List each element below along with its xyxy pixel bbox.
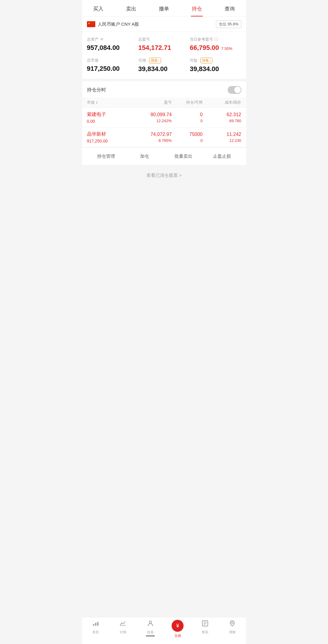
summary-row-2: 总市值 917,250.00 可用 国债 39,834.00 可取 转账 39,… xyxy=(87,58,241,73)
holdings-header: 持仓分时 xyxy=(82,81,246,97)
total-pnl-label: 总盈亏 xyxy=(138,37,190,42)
stock-2-cost: 11.242 xyxy=(203,132,241,137)
total-assets-label: 总资产 👁 xyxy=(87,37,138,42)
bottom-nav-spacer xyxy=(82,245,246,272)
stock-2-pnl: 74,072.97 xyxy=(133,132,172,137)
action-bar: 持仓管理 加仓 批量卖出 止盈止损 xyxy=(82,147,246,165)
total-pnl-value: 154,172.71 xyxy=(138,44,190,52)
total-assets-item: 总资产 👁 957,084.00 xyxy=(87,37,138,52)
stock-2-name: 晶华新材 xyxy=(87,131,133,137)
tab-position[interactable]: 持仓 xyxy=(180,0,213,16)
stock-1-price: 0.00 xyxy=(87,119,133,124)
stock-2-pnl-pct: 8.785% xyxy=(133,138,172,143)
stock-2-col3: 75000 0 xyxy=(172,132,203,143)
china-flag-icon xyxy=(87,21,95,27)
withdrawable-label: 可取 转账 xyxy=(190,58,241,63)
stock-1-holding: 0 xyxy=(172,112,203,117)
empty-area xyxy=(82,185,246,245)
info-icon[interactable]: ⓘ xyxy=(214,37,218,42)
th-pnl: 盈亏 xyxy=(133,100,172,105)
summary-section: 总资产 👁 957,084.00 总盈亏 154,172.71 当日参考盈亏 ⓘ… xyxy=(82,32,246,79)
holdings-section: 持仓分时 市值 ⇕ 盈亏 持仓/可用 成本/现价 紫建电子 0.00 80,09… xyxy=(82,81,246,165)
th-cost: 成本/现价 xyxy=(203,100,241,105)
stock-1-current: 69.780 xyxy=(203,119,241,123)
daily-pnl-label: 当日参考盈亏 ⓘ xyxy=(190,37,241,42)
daily-pnl-item: 当日参考盈亏 ⓘ 66,795.00 7.50% xyxy=(190,37,241,52)
treasury-bond-badge[interactable]: 国债 xyxy=(149,58,161,63)
stock-row-zijian[interactable]: 紫建电子 0.00 80,099.74 12.242% 0 0 62.312 6… xyxy=(82,108,246,128)
stock-2-col2: 74,072.97 8.785% xyxy=(133,132,172,143)
stock-1-cost: 62.312 xyxy=(203,112,241,117)
daily-pnl-value-row: 66,795.00 7.50% xyxy=(190,44,241,52)
stock-1-col1: 紫建电子 0.00 xyxy=(87,111,133,124)
stock-1-pnl-pct: 12.242% xyxy=(133,119,172,123)
stop-pnl-btn[interactable]: 止盈止损 xyxy=(203,152,241,160)
stock-1-col3: 0 0 xyxy=(172,112,203,123)
stock-2-col4: 11.242 12.230 xyxy=(203,132,241,143)
withdrawable-item: 可取 转账 39,834.00 xyxy=(190,58,241,73)
th-holding: 持仓/可用 xyxy=(172,100,203,105)
daily-pnl-pct: 7.50% xyxy=(221,46,232,51)
summary-row-1: 总资产 👁 957,084.00 总盈亏 154,172.71 当日参考盈亏 ⓘ… xyxy=(87,37,241,52)
stock-2-price: 917,250.00 xyxy=(87,139,133,143)
th-market-value: 市值 ⇕ xyxy=(87,100,133,105)
account-header: 人民币账户 CNY A股 仓位 95.8% xyxy=(82,17,246,32)
batch-sell-btn[interactable]: 批量卖出 xyxy=(164,152,203,160)
cleared-stocks-link[interactable]: 查看已清仓股票 > xyxy=(82,165,246,185)
tab-query[interactable]: 查询 xyxy=(213,0,246,16)
stock-2-col1: 晶华新材 917,250.00 xyxy=(87,131,133,143)
sort-icon[interactable]: ⇕ xyxy=(96,101,98,104)
stock-2-avail: 0 xyxy=(172,138,203,143)
total-assets-value: 957,084.00 xyxy=(87,44,138,52)
total-pnl-item: 总盈亏 154,172.71 xyxy=(138,37,190,52)
table-header: 市值 ⇕ 盈亏 持仓/可用 成本/现价 xyxy=(82,97,246,108)
available-label: 可用 国债 xyxy=(138,58,190,63)
market-value-value: 917,250.00 xyxy=(87,65,138,73)
available-item: 可用 国债 39,834.00 xyxy=(138,58,190,73)
stock-1-pnl: 80,099.74 xyxy=(133,112,172,117)
market-value-item: 总市值 917,250.00 xyxy=(87,58,138,73)
position-badge: 仓位 95.8% xyxy=(216,20,241,28)
stock-row-jinghua[interactable]: 晶华新材 917,250.00 74,072.97 8.785% 75000 0… xyxy=(82,128,246,147)
account-info: 人民币账户 CNY A股 xyxy=(87,21,139,27)
stock-2-holding: 75000 xyxy=(172,132,203,137)
stock-1-col4: 62.312 69.780 xyxy=(203,112,241,123)
tab-cancel[interactable]: 撤单 xyxy=(148,0,180,16)
holdings-title: 持仓分时 xyxy=(87,87,106,93)
stock-1-col2: 80,099.74 12.242% xyxy=(133,112,172,123)
eye-icon[interactable]: 👁 xyxy=(100,37,104,42)
available-value: 39,834.00 xyxy=(138,65,190,73)
stock-2-current: 12.230 xyxy=(203,138,241,143)
market-value-label: 总市值 xyxy=(87,58,138,63)
daily-pnl-value: 66,795.00 xyxy=(190,44,219,52)
transfer-badge[interactable]: 转账 xyxy=(200,58,212,63)
holdings-toggle[interactable] xyxy=(228,86,241,94)
add-position-btn[interactable]: 加仓 xyxy=(125,152,164,160)
stock-1-name: 紫建电子 xyxy=(87,111,133,118)
top-tab-bar: 买入 卖出 撤单 持仓 查询 xyxy=(82,0,246,17)
account-name: 人民币账户 CNY A股 xyxy=(98,22,139,27)
holdings-manage-btn[interactable]: 持仓管理 xyxy=(87,152,125,160)
withdrawable-value: 39,834.00 xyxy=(190,65,241,73)
section-divider xyxy=(82,79,246,81)
tab-sell[interactable]: 卖出 xyxy=(115,0,148,16)
stock-1-avail: 0 xyxy=(172,119,203,123)
tab-buy[interactable]: 买入 xyxy=(82,0,115,16)
